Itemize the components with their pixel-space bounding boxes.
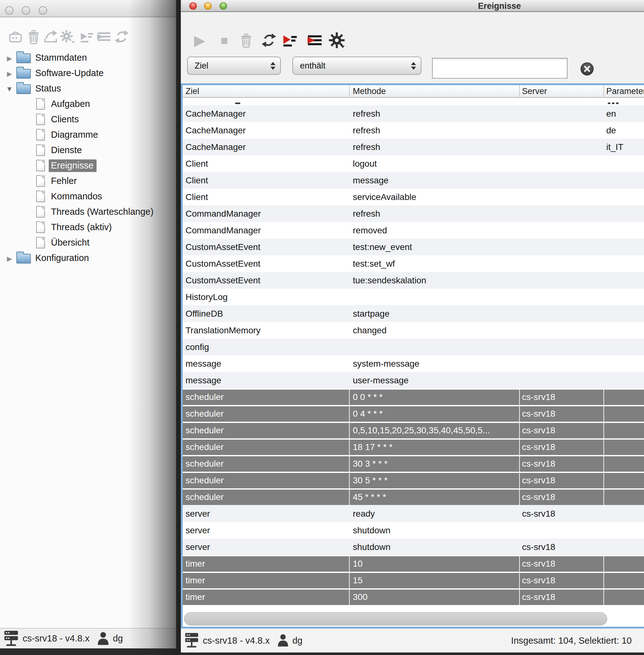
column-header[interactable]: Parameter bbox=[604, 85, 644, 98]
cell-methode: refresh bbox=[350, 139, 520, 155]
cell-methode: changed bbox=[350, 322, 520, 339]
table-row[interactable]: TranslationMemory changed bbox=[183, 322, 644, 339]
table-row[interactable]: timer 10 cs-srv18 bbox=[183, 555, 644, 572]
table-row[interactable]: scheduler 45 * * * * cs-srv18 bbox=[183, 489, 644, 505]
table-row[interactable]: scheduler 0 0 * * * cs-srv18 bbox=[183, 389, 644, 405]
cell-ziel: server bbox=[183, 522, 350, 539]
cell-ziel: server bbox=[183, 505, 350, 522]
table-row[interactable]: HistoryLog bbox=[183, 289, 644, 305]
close-button[interactable] bbox=[189, 2, 197, 10]
table-row[interactable]: message system-message bbox=[183, 355, 644, 372]
partially-scrolled-row[interactable] bbox=[183, 98, 644, 106]
events-status-bar: cs-srv18 - v4.8.x dg Insgesamt: 104, Sel… bbox=[181, 629, 644, 653]
table-row[interactable]: Client logout bbox=[183, 155, 644, 172]
table-row[interactable]: CommandManager refresh bbox=[183, 205, 644, 222]
document-icon bbox=[36, 160, 45, 171]
cell-server bbox=[520, 106, 604, 122]
table-row[interactable]: config bbox=[183, 339, 644, 355]
trash-icon[interactable] bbox=[238, 32, 254, 48]
table-row[interactable]: timer 300 cs-srv18 bbox=[183, 589, 644, 605]
table-row[interactable]: timer 15 cs-srv18 bbox=[183, 572, 644, 589]
gear-menu-icon[interactable] bbox=[60, 29, 75, 45]
disclosure-triangle-icon[interactable] bbox=[2, 253, 16, 263]
cell-ziel: scheduler bbox=[183, 489, 350, 505]
disclosure-triangle-icon[interactable] bbox=[2, 68, 16, 78]
server-version-label: cs-srv18 - v4.8.x bbox=[23, 633, 90, 644]
cell-parameter bbox=[604, 305, 644, 322]
start-events-icon[interactable] bbox=[282, 32, 298, 48]
cell-ziel: CustomAssetEvent bbox=[183, 272, 350, 289]
table-row[interactable]: server ready cs-srv18 bbox=[183, 505, 644, 522]
table-row[interactable]: CustomAssetEvent test:new_event bbox=[183, 239, 644, 255]
stop-icon[interactable]: ■ bbox=[216, 32, 232, 48]
table-row[interactable]: scheduler 0 4 * * * cs-srv18 bbox=[183, 405, 644, 422]
archive-icon[interactable] bbox=[7, 29, 23, 45]
filter-operator-dropdown[interactable]: enthält bbox=[293, 56, 421, 75]
disclosure-triangle-icon[interactable] bbox=[2, 52, 16, 63]
cell-methode: ready bbox=[350, 505, 520, 522]
insert-event-icon[interactable] bbox=[306, 32, 323, 48]
cell-parameter bbox=[604, 489, 644, 505]
run-list-icon[interactable] bbox=[79, 29, 95, 45]
table-row[interactable]: message user-message bbox=[183, 372, 644, 389]
table-row[interactable]: server shutdown cs-srv18 bbox=[183, 539, 644, 555]
cell-ziel: scheduler bbox=[183, 439, 350, 455]
tree-item-label: Übersicht bbox=[51, 237, 90, 248]
disclosure-triangle-icon[interactable] bbox=[2, 83, 16, 94]
cell-ziel: CacheManager bbox=[183, 106, 350, 122]
table-row[interactable]: scheduler 18 17 * * * cs-srv18 bbox=[183, 439, 644, 455]
cell-ziel: Client bbox=[183, 189, 350, 205]
cell-ziel: CacheManager bbox=[183, 122, 350, 139]
minimize-button[interactable] bbox=[204, 2, 212, 10]
cell-methode: system-message bbox=[350, 355, 520, 372]
cell-server: cs-srv18 bbox=[520, 539, 604, 555]
minimize-button[interactable] bbox=[22, 6, 30, 15]
ereignisse-window: Ereignisse ▶ ■ Ziel enthält bbox=[181, 0, 644, 653]
refresh-icon[interactable] bbox=[261, 32, 277, 48]
table-row[interactable]: CacheManager refresh en bbox=[183, 106, 644, 122]
ereignisse-titlebar[interactable]: Ereignisse bbox=[181, 0, 644, 12]
insert-list-icon[interactable] bbox=[96, 29, 112, 45]
zoom-button[interactable] bbox=[39, 6, 47, 15]
cell-server bbox=[520, 189, 604, 205]
column-header[interactable]: Ziel bbox=[183, 85, 350, 98]
zoom-button[interactable] bbox=[220, 2, 227, 10]
column-header[interactable]: Methode bbox=[350, 85, 520, 98]
clear-filter-button[interactable] bbox=[580, 62, 594, 75]
cell-methode bbox=[350, 339, 520, 355]
cell-methode: message bbox=[350, 172, 520, 189]
filter-query-input[interactable] bbox=[432, 58, 568, 78]
trash-icon[interactable] bbox=[26, 29, 42, 45]
refresh-icon[interactable] bbox=[114, 29, 130, 45]
filter-field-dropdown[interactable]: Ziel bbox=[187, 56, 281, 75]
column-header[interactable]: Server bbox=[520, 85, 604, 98]
export-icon[interactable] bbox=[43, 29, 59, 45]
tree-item-label: Konfiguration bbox=[35, 253, 89, 263]
cell-parameter bbox=[604, 472, 644, 489]
table-row[interactable]: scheduler 30 5 * * * cs-srv18 bbox=[183, 472, 644, 489]
table-row[interactable]: CustomAssetEvent tue:sendeskalation bbox=[183, 272, 644, 289]
table-row[interactable]: Client serviceAvailable bbox=[183, 189, 644, 205]
cell-server bbox=[520, 522, 604, 539]
cell-server bbox=[520, 122, 604, 139]
cell-parameter bbox=[604, 389, 644, 405]
settings-gear-icon[interactable] bbox=[329, 32, 345, 48]
cell-server bbox=[520, 222, 604, 239]
cell-methode: 10 bbox=[350, 555, 520, 572]
table-row[interactable]: CacheManager refresh de bbox=[183, 122, 644, 139]
table-row[interactable]: server shutdown bbox=[183, 522, 644, 539]
table-row[interactable]: CustomAssetEvent test:set_wf bbox=[183, 255, 644, 272]
cell-parameter bbox=[604, 555, 644, 572]
cell-methode: refresh bbox=[350, 122, 520, 139]
table-row[interactable]: scheduler 30 3 * * * cs-srv18 bbox=[183, 455, 644, 472]
run-icon[interactable]: ▶ bbox=[191, 32, 208, 48]
close-button[interactable] bbox=[5, 6, 14, 15]
table-row[interactable]: CacheManager refresh it_IT bbox=[183, 139, 644, 155]
table-row[interactable]: CommandManager removed bbox=[183, 222, 644, 239]
table-row[interactable]: scheduler 0,5,10,15,20,25,30,35,40,45,50… bbox=[183, 422, 644, 439]
window-shadow bbox=[128, 0, 181, 655]
table-row[interactable]: OfflineDB startpage bbox=[183, 305, 644, 322]
cell-parameter bbox=[604, 455, 644, 472]
table-row[interactable]: Client message bbox=[183, 172, 644, 189]
horizontal-scrollbar-thumb[interactable] bbox=[184, 612, 607, 626]
